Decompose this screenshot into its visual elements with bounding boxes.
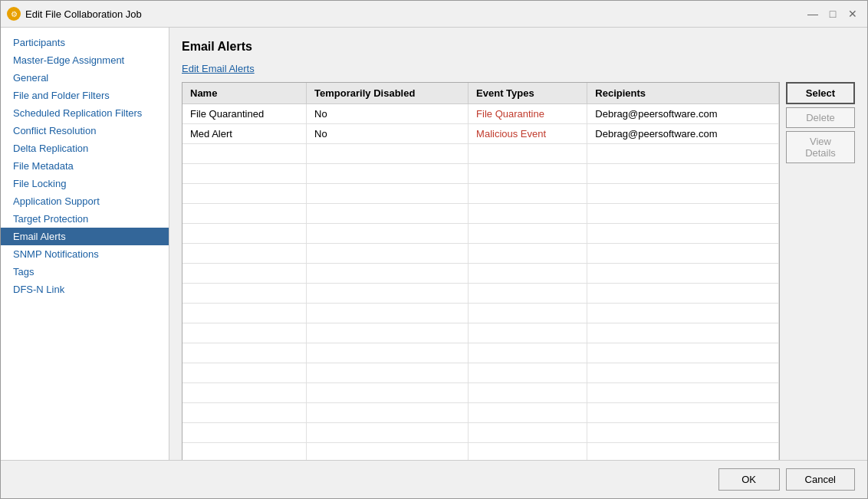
cell-empty [182, 204, 307, 224]
cell-empty [307, 284, 469, 304]
ok-button[interactable]: OK [718, 468, 780, 491]
edit-email-alerts-link[interactable]: Edit Email Alerts [182, 63, 855, 74]
table-row[interactable]: Med Alert No Malicious Event Debrag@peer… [182, 124, 779, 144]
minimize-button[interactable]: — [804, 5, 821, 22]
table-header-row: Name Temporarily Disabled Event Types Re… [182, 83, 779, 104]
cell-empty [469, 304, 587, 323]
cell-event-types: File Quarantine [469, 104, 587, 124]
cell-empty [307, 323, 469, 343]
col-temporarily-disabled: Temporarily Disabled [307, 83, 469, 104]
cell-empty [307, 363, 469, 383]
cell-empty [307, 224, 469, 244]
table-row-empty [182, 244, 779, 264]
cell-empty [307, 403, 469, 423]
sidebar-item-scheduled-replication-filters[interactable]: Scheduled Replication Filters [1, 104, 169, 122]
table-row-empty [182, 443, 779, 461]
cell-empty [587, 284, 779, 304]
table-row[interactable]: File Quarantined No File Quarantine Debr… [182, 104, 779, 124]
table-row-empty [182, 264, 779, 284]
section-title: Email Alerts [182, 40, 855, 54]
cell-empty [587, 443, 779, 461]
cell-empty [182, 343, 307, 363]
cell-empty [469, 284, 587, 304]
footer: OK Cancel [1, 460, 867, 498]
cell-empty [182, 363, 307, 383]
sidebar-item-dfs-n-link[interactable]: DFS-N Link [1, 281, 169, 298]
cell-recipients: Debrag@peersoftware.com [587, 104, 779, 124]
cell-empty [587, 343, 779, 363]
cell-empty [182, 264, 307, 284]
table-row-empty [182, 403, 779, 423]
sidebar-item-email-alerts[interactable]: Email Alerts [1, 228, 169, 245]
sidebar-item-file-and-folder-filters[interactable]: File and Folder Filters [1, 87, 169, 104]
sidebar-item-delta-replication[interactable]: Delta Replication [1, 140, 169, 157]
sidebar-item-master-edge-assignment[interactable]: Master-Edge Assignment [1, 51, 169, 69]
table-row-empty [182, 343, 779, 363]
cell-empty [587, 363, 779, 383]
cell-empty [469, 403, 587, 423]
cell-empty [469, 144, 587, 164]
cell-empty [587, 383, 779, 403]
table-row-empty [182, 323, 779, 343]
table-row-empty [182, 284, 779, 304]
sidebar-item-application-support[interactable]: Application Support [1, 192, 169, 210]
table-row-empty [182, 224, 779, 244]
cell-empty [307, 244, 469, 264]
cell-empty [307, 144, 469, 164]
cancel-button[interactable]: Cancel [786, 468, 855, 491]
view-details-button[interactable]: View Details [786, 131, 855, 163]
email-alerts-table-container: Name Temporarily Disabled Event Types Re… [182, 82, 780, 460]
sidebar-item-conflict-resolution[interactable]: Conflict Resolution [1, 122, 169, 140]
table-row-empty [182, 204, 779, 224]
cell-empty [182, 184, 307, 204]
title-bar: ⚙ Edit File Collaboration Job — □ ✕ [1, 1, 867, 28]
sidebar-item-snmp-notifications[interactable]: SNMP Notifications [1, 245, 169, 263]
cell-empty [469, 264, 587, 284]
cell-empty [469, 343, 587, 363]
cell-empty [307, 304, 469, 323]
title-bar-controls: — □ ✕ [804, 5, 861, 22]
cell-empty [587, 264, 779, 284]
cell-empty [182, 284, 307, 304]
col-recipients: Recipients [587, 83, 779, 104]
window-title: Edit File Collaboration Job [25, 8, 800, 20]
delete-button[interactable]: Delete [786, 107, 855, 128]
col-name: Name [182, 83, 307, 104]
cell-empty [182, 244, 307, 264]
cell-event-types: Malicious Event [469, 124, 587, 144]
cell-empty [587, 144, 779, 164]
cell-empty [587, 423, 779, 443]
sidebar-item-general[interactable]: General [1, 69, 169, 87]
cell-empty [307, 264, 469, 284]
sidebar-item-tags[interactable]: Tags [1, 263, 169, 281]
cell-empty [307, 423, 469, 443]
cell-empty [307, 343, 469, 363]
table-and-buttons: Name Temporarily Disabled Event Types Re… [182, 82, 855, 460]
cell-empty [587, 244, 779, 264]
table-row-empty [182, 184, 779, 204]
cell-empty [182, 383, 307, 403]
cell-empty [182, 323, 307, 343]
maximize-button[interactable]: □ [824, 5, 841, 22]
cell-empty [469, 383, 587, 403]
cell-empty [587, 184, 779, 204]
cell-empty [587, 323, 779, 343]
cell-empty [182, 164, 307, 184]
sidebar-item-file-metadata[interactable]: File Metadata [1, 157, 169, 175]
table-row-empty [182, 363, 779, 383]
cell-empty [469, 244, 587, 264]
close-button[interactable]: ✕ [844, 5, 861, 22]
cell-recipients: Debrag@peersoftware.com [587, 124, 779, 144]
cell-disabled: No [307, 124, 469, 144]
cell-empty [307, 184, 469, 204]
cell-empty [469, 204, 587, 224]
window-icon: ⚙ [7, 7, 21, 21]
sidebar-item-participants[interactable]: Participants [1, 34, 169, 51]
main-window: ⚙ Edit File Collaboration Job — □ ✕ Part… [0, 0, 868, 499]
cell-disabled: No [307, 104, 469, 124]
sidebar-item-file-locking[interactable]: File Locking [1, 175, 169, 192]
select-button[interactable]: Select [786, 82, 855, 104]
cell-empty [182, 304, 307, 323]
sidebar-item-target-protection[interactable]: Target Protection [1, 210, 169, 228]
main-content: Participants Master-Edge Assignment Gene… [1, 28, 867, 460]
